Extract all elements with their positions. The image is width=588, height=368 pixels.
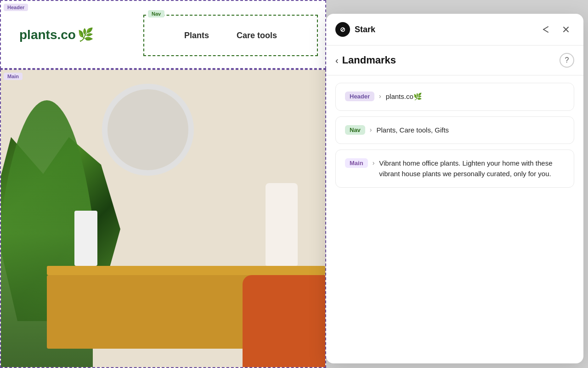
site-main-region: Main — [0, 69, 326, 368]
main-region-label: Main — [4, 73, 23, 80]
landmark-item-main[interactable]: Main › Vibrant home office plants. Light… — [335, 150, 574, 188]
stark-logo-icon: ⊘ — [335, 22, 350, 37]
header-region-label: Header — [4, 4, 28, 11]
landmark-content-header: plants.co🌿 — [386, 92, 422, 102]
logo-text: plants.co — [19, 27, 76, 42]
stark-title-group: ⊘ Stark — [335, 22, 375, 37]
landmarks-title: Landmarks — [342, 54, 396, 66]
back-arrow-icon: ‹ — [335, 55, 339, 66]
nav-item-plants[interactable]: Plants — [184, 31, 209, 40]
logo-leaf-icon: 🌿 — [78, 27, 94, 42]
landmark-badge-header: Header — [345, 92, 374, 101]
landmark-item-header[interactable]: Header › plants.co🌿 — [335, 83, 574, 111]
help-button[interactable]: ? — [560, 53, 574, 68]
back-button[interactable]: ‹ Landmarks — [335, 54, 396, 66]
landmark-badge-main: Main — [345, 158, 368, 168]
site-nav-region: Nav Plants Care tools — [143, 15, 318, 56]
close-button[interactable] — [558, 21, 574, 38]
site-header-region: Header plants.co 🌿 Nav Plants Care tools — [0, 0, 326, 69]
landmark-content-nav: Plants, Care tools, Gifts — [377, 125, 449, 136]
landmark-arrow-0: › — [379, 92, 381, 100]
landmarks-list: Header › plants.co🌿 Nav › Plants, Care t… — [326, 75, 583, 195]
stark-header-actions — [537, 21, 574, 38]
website-background: Header plants.co 🌿 Nav Plants Care tools… — [0, 0, 326, 368]
landmark-arrow-1: › — [370, 126, 372, 133]
landmark-badge-nav: Nav — [345, 125, 365, 135]
nav-region-label: Nav — [148, 10, 164, 17]
stark-app-title: Stark — [355, 25, 375, 34]
minimize-button[interactable] — [537, 21, 554, 38]
landmark-arrow-2: › — [373, 159, 375, 167]
nav-item-care-tools[interactable]: Care tools — [237, 31, 277, 40]
landmark-content-main: Vibrant home office plants. Lighten your… — [379, 158, 565, 179]
room-scene — [1, 70, 325, 367]
stark-subheader: ‹ Landmarks ? — [326, 46, 583, 75]
site-logo: plants.co 🌿 — [19, 27, 94, 42]
stark-panel-header: ⊘ Stark — [326, 14, 583, 46]
landmark-item-nav[interactable]: Nav › Plants, Care tools, Gifts — [335, 116, 574, 144]
stark-panel: ⊘ Stark ‹ Landmarks ? — [326, 14, 583, 363]
